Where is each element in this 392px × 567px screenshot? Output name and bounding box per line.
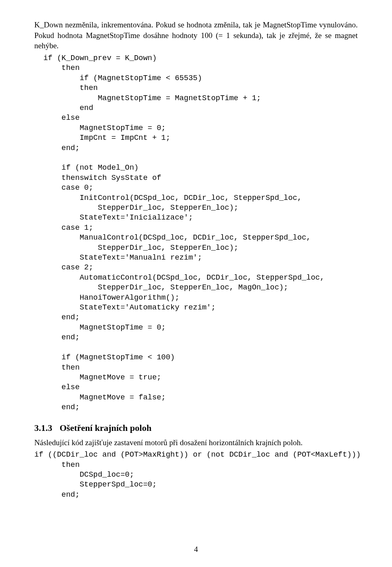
section-heading: 3.1.3Ošetření krajních poloh [34,423,358,433]
page-number: 4 [0,545,392,554]
heading-number: 3.1.3 [34,423,52,433]
paragraph-2: Následující kód zajišťuje zastavení moto… [34,437,358,448]
heading-title: Ošetření krajních poloh [60,423,151,433]
code-block-2: if ((DCDir_loc and (POT>MaxRight)) or (n… [34,450,358,500]
page-container: K_Down nezměnila, inkrementována. Pokud … [0,0,392,567]
intro-paragraph: K_Down nezměnila, inkrementována. Pokud … [34,20,358,51]
code-block-1: if (K_Down_prev = K_Down) then if (Magne… [34,54,358,413]
